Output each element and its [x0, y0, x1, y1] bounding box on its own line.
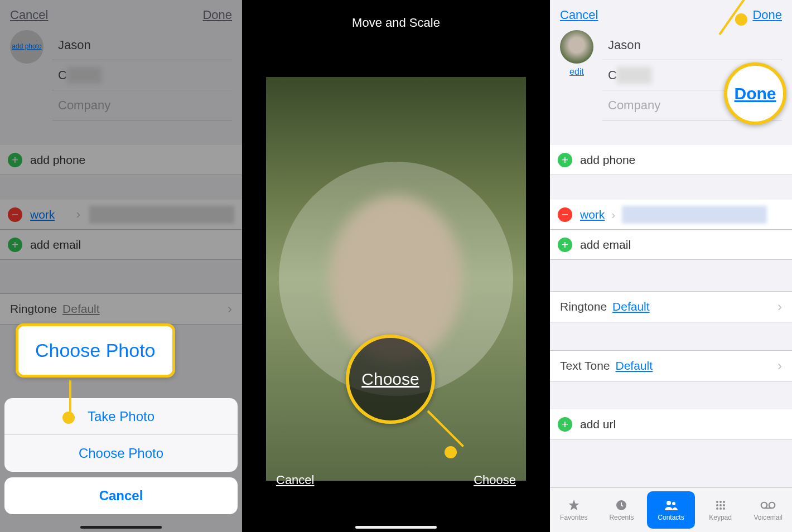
avatar-photo[interactable]: [560, 30, 593, 64]
plus-icon: +: [558, 238, 572, 252]
callout-choose-photo: Choose Photo: [16, 323, 175, 378]
clock-icon: [614, 499, 629, 512]
add-email-label: add email: [580, 238, 631, 252]
crop-cancel-button[interactable]: Cancel: [276, 473, 314, 487]
first-name-field[interactable]: Jason: [602, 30, 782, 60]
plus-icon: +: [558, 417, 572, 432]
star-icon: [566, 499, 582, 512]
callout-dot: [445, 446, 457, 458]
blurred-value: [622, 206, 767, 224]
minus-icon: −: [558, 207, 572, 222]
tab-label: Keypad: [709, 514, 732, 521]
tab-keypad[interactable]: Keypad: [697, 488, 745, 532]
svg-point-1: [667, 501, 671, 505]
sheet-cancel-button[interactable]: Cancel: [4, 477, 238, 514]
svg-point-6: [716, 504, 718, 506]
choose-photo-option[interactable]: Choose Photo: [4, 435, 238, 472]
voicemail-icon: [760, 499, 776, 512]
nav-cancel[interactable]: Cancel: [560, 8, 598, 22]
add-phone-row[interactable]: + add phone: [550, 145, 792, 175]
chevron-right-icon: ›: [611, 208, 615, 221]
callout-choose-circle: Choose: [346, 335, 435, 424]
svg-point-7: [719, 504, 722, 506]
callout-done-circle: Done: [724, 62, 786, 125]
tab-label: Favorites: [560, 514, 587, 521]
photo-action-sheet: Take Photo Choose Photo Cancel: [4, 398, 238, 514]
svg-point-13: [769, 502, 775, 509]
svg-point-12: [761, 502, 767, 509]
callout-dot: [735, 13, 747, 26]
tab-voicemail[interactable]: Voicemail: [744, 488, 792, 532]
tab-bar: Favorites Recents Contacts Keypad Voicem…: [550, 487, 792, 532]
chevron-right-icon: ›: [777, 299, 782, 315]
texttone-row[interactable]: Text Tone Default ›: [550, 350, 792, 381]
company-ph: Company: [608, 98, 660, 113]
svg-point-10: [719, 507, 722, 510]
edit-photo-link[interactable]: edit: [560, 67, 593, 77]
blurred-text: [617, 67, 651, 84]
svg-point-11: [723, 507, 725, 510]
add-email-row[interactable]: + add email: [550, 230, 792, 260]
ringtone-row[interactable]: Ringtone Default ›: [550, 291, 792, 322]
tab-label: Voicemail: [754, 514, 782, 521]
contacts-icon: [663, 499, 679, 512]
last-initial: C: [608, 68, 617, 83]
svg-point-3: [716, 501, 718, 503]
callout-done-text: Done: [735, 84, 776, 103]
add-url-label: add url: [580, 418, 616, 431]
crop-choose-button[interactable]: Choose: [474, 473, 516, 487]
first-name-text: Jason: [608, 38, 641, 52]
tab-contacts[interactable]: Contacts: [647, 491, 695, 529]
tab-recents[interactable]: Recents: [598, 488, 646, 532]
tab-label: Recents: [609, 514, 634, 521]
tab-favorites[interactable]: Favorites: [550, 488, 598, 532]
phone-work-row[interactable]: − work ›: [550, 200, 792, 230]
svg-point-2: [672, 502, 675, 505]
svg-point-9: [716, 507, 718, 510]
texttone-value: Default: [616, 359, 653, 373]
nav-done[interactable]: Done: [752, 8, 782, 22]
callout-dot: [62, 412, 75, 424]
svg-point-4: [719, 501, 722, 503]
svg-point-5: [723, 501, 725, 503]
take-photo-option[interactable]: Take Photo: [4, 398, 238, 435]
callout-choose-text: Choose: [361, 370, 419, 389]
callout-text: Choose Photo: [35, 340, 156, 361]
tab-label: Contacts: [658, 514, 684, 521]
home-indicator: [355, 526, 437, 529]
svg-point-8: [723, 504, 725, 506]
texttone-label: Text Tone: [560, 359, 610, 373]
work-label[interactable]: work: [580, 208, 605, 221]
plus-icon: +: [558, 153, 572, 167]
add-phone-label: add phone: [580, 153, 635, 167]
ringtone-value: Default: [612, 300, 650, 313]
ringtone-label: Ringtone: [560, 300, 607, 313]
add-url-row[interactable]: + add url: [550, 409, 792, 439]
keypad-icon: [713, 499, 728, 512]
chevron-right-icon: ›: [777, 358, 782, 374]
move-scale-title: Move and Scale: [266, 0, 526, 30]
